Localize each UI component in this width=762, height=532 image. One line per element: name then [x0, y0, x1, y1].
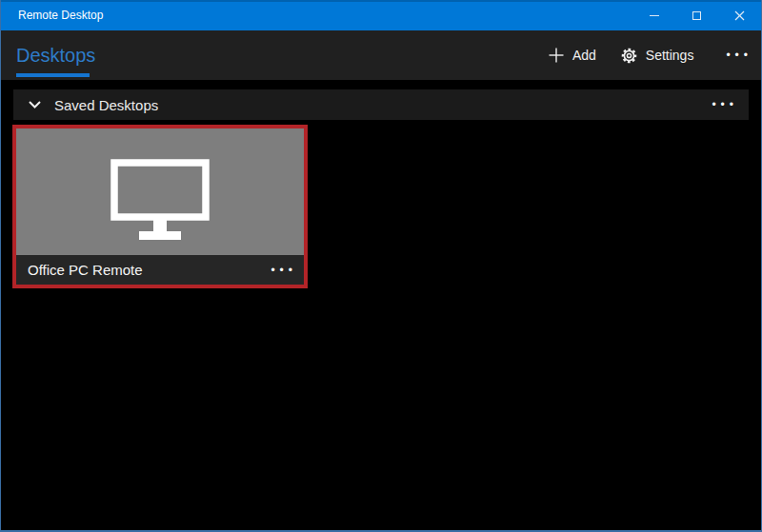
close-icon: [734, 10, 745, 21]
plus-icon: [549, 48, 564, 63]
minimize-icon: [650, 15, 659, 16]
tile-name: Office PC Remote: [28, 262, 143, 278]
settings-button[interactable]: Settings: [621, 48, 694, 64]
header-more-button[interactable]: •••: [726, 49, 752, 61]
maximize-icon: [692, 11, 701, 20]
add-button-label: Add: [572, 48, 596, 63]
saved-desktops-more-button[interactable]: •••: [712, 99, 753, 110]
monitor-icon: [110, 159, 210, 241]
header-actions: Add Settings •••: [524, 48, 761, 64]
saved-desktops-bar[interactable]: Saved Desktops •••: [13, 89, 749, 120]
remote-desktop-window: Remote Desktop Desktops: [0, 0, 762, 532]
add-button[interactable]: Add: [549, 48, 596, 63]
maximize-button[interactable]: [675, 0, 718, 30]
collapse-chevron-button[interactable]: [29, 101, 41, 108]
main-content: Saved Desktops ••• Office PC Remote •••: [1, 89, 761, 288]
tile-thumbnail: [16, 128, 304, 255]
app-header: Desktops Add Settings •••: [1, 30, 761, 80]
window-title: Remote Desktop: [1, 9, 632, 22]
settings-button-label: Settings: [646, 48, 694, 63]
tile-more-button[interactable]: •••: [271, 265, 297, 276]
saved-desktops-title: Saved Desktops: [54, 97, 158, 113]
close-button[interactable]: [718, 0, 761, 30]
gear-icon: [621, 48, 637, 64]
tile-label-bar: Office PC Remote •••: [16, 255, 304, 285]
tab-active-underline: [16, 73, 90, 77]
desktop-tile-office-pc-remote[interactable]: Office PC Remote •••: [12, 125, 308, 288]
chevron-down-icon: [29, 101, 41, 108]
window-controls: [632, 0, 761, 30]
title-bar: Remote Desktop: [1, 0, 761, 30]
minimize-button[interactable]: [632, 0, 675, 30]
